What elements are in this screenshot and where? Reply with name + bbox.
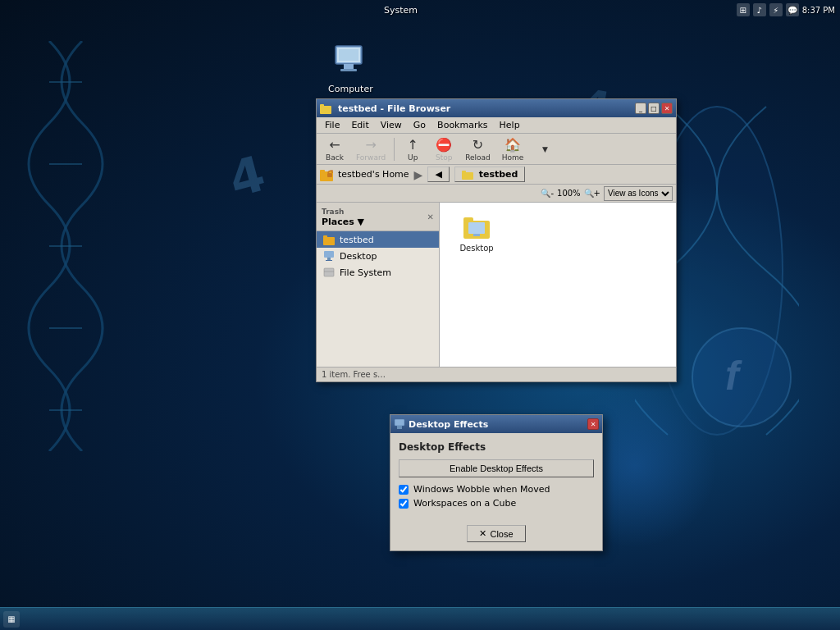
svg-rect-21 [323,235,327,238]
menu-edit[interactable]: Edit [346,118,373,132]
browser-body: Trash Places ▼ ✕ testbed [317,203,676,367]
status-bar: 1 item. Free s… [317,367,676,381]
places-label: Places ▼ [322,217,364,227]
reload-button[interactable]: ↻ Reload [460,135,495,163]
enable-effects-button[interactable]: Enable Desktop Effects [399,459,594,477]
desktop-folder-icon [462,214,491,240]
svg-rect-19 [462,171,466,173]
sidebar-testbed-label: testbed [340,235,374,245]
current-folder-btn[interactable]: testbed [454,167,526,182]
up-label: Up [408,153,418,162]
bg-number-4: 4 [223,144,271,208]
file-icon-desktop[interactable]: Desktop [448,211,505,256]
zoom-bar: 🔍- 100% 🔍+ View as Icons View as List [317,185,676,203]
reload-label: Reload [465,153,491,162]
folder-icon-inline [462,170,473,180]
system-menu-item[interactable]: System [377,5,424,16]
home-icon: 🏠 [504,137,521,153]
file-browser-title: testbed - File Browser [335,103,632,114]
close-x-icon: ✕ [479,528,486,539]
menu-view[interactable]: View [376,118,407,132]
forward-button[interactable]: → Forward [351,135,390,163]
tray-battery-icon[interactable]: ⚡ [769,3,783,16]
close-window-button[interactable]: ✕ [661,103,673,114]
window-controls: _ □ ✕ [635,103,673,114]
computer-icon-label: Computer [328,84,373,94]
computer-svg [332,43,368,79]
taskbar-start-icon: ▦ [7,614,15,623]
cube-label: Workspaces on a Cube [413,498,516,509]
forward-icon: → [365,137,376,153]
sidebar-item-testbed[interactable]: testbed [317,231,439,248]
toolbar-more-icon: ▼ [542,145,548,153]
home-label: Home [502,153,524,162]
svg-rect-28 [463,217,473,223]
wobble-checkbox[interactable] [399,485,409,495]
back-button[interactable]: ← Back [320,135,349,163]
zoom-plus[interactable]: 🔍+ [584,189,600,198]
toolbar: ← Back → Forward ↑ Up ⛔ Stop ↻ Reload 🏠 [317,134,676,165]
status-text: 1 item. Free s… [322,370,386,379]
svg-rect-23 [327,258,331,260]
desktop-background: f 4 4 System ⊞ ♪ ⚡ 💬 8:37 PM Computer [0,0,840,630]
svg-rect-11 [340,69,357,71]
computer-desktop-icon[interactable]: Computer [328,41,373,94]
sidebar-filesystem-label: File System [340,267,391,278]
up-icon: ↑ [408,137,418,153]
sidebar-filesystem-icon [323,267,335,278]
svg-rect-12 [339,49,358,61]
svg-rect-31 [395,419,404,426]
wobble-checkbox-row: Windows Wobble when Moved [399,484,594,495]
svg-rect-14 [320,104,324,107]
svg-rect-16 [320,170,325,173]
dialog-section-title: Desktop Effects [399,441,594,453]
zoom-minus[interactable]: 🔍- [541,189,554,198]
dna-decoration-left [25,41,123,451]
maximize-button[interactable]: □ [648,103,660,114]
sidebar-close-button[interactable]: ✕ [427,212,434,221]
sidebar-item-filesystem[interactable]: File System [317,264,439,281]
tray-chat-icon[interactable]: 💬 [786,3,799,16]
forward-label: Forward [356,153,386,162]
minimize-button[interactable]: _ [635,103,646,114]
cube-checkbox[interactable] [399,499,409,509]
dialog-title: Desktop Effects [405,419,587,430]
view-mode-select[interactable]: View as Icons View as List [604,186,673,201]
sidebar-header: Trash Places ▼ ✕ [317,203,439,231]
menu-file[interactable]: File [320,118,345,132]
svg-rect-29 [468,222,485,234]
sidebar-desktop-icon [323,250,335,262]
sidebar-home-icon [323,234,335,245]
toolbar-more-button[interactable]: ▼ [530,144,559,155]
dialog-body: Desktop Effects Enable Desktop Effects W… [390,433,602,520]
breadcrumb-text: testbed's Home [338,169,409,180]
sidebar-item-desktop[interactable]: Desktop [317,248,439,264]
close-btn-label: Close [490,529,513,539]
svg-rect-20 [323,237,335,245]
tray-volume-icon[interactable]: ♪ [753,3,766,16]
menubar: File Edit View Go Bookmarks Help [317,117,676,134]
home-button[interactable]: 🏠 Home [497,135,529,163]
desktop-effects-dialog: Desktop Effects ✕ Desktop Effects Enable… [390,414,603,551]
back-label: Back [326,153,344,162]
wobble-label: Windows Wobble when Moved [413,484,550,495]
toolbar-separator-1 [394,138,395,161]
dialog-title-icon [394,418,405,430]
dialog-close-button[interactable]: ✕ [587,418,599,430]
menu-bookmarks[interactable]: Bookmarks [432,118,492,132]
computer-icon-image [331,41,370,80]
svg-rect-18 [462,172,473,180]
location-toggle-button[interactable]: ◀ [427,167,449,182]
tray-network-icon[interactable]: ⊞ [737,3,750,16]
stop-button[interactable]: ⛔ Stop [429,135,459,163]
stop-icon: ⛔ [436,137,452,153]
menu-help[interactable]: Help [495,118,525,132]
svg-point-6 [692,328,791,427]
dialog-close-btn[interactable]: ✕ Close [467,525,525,542]
up-button[interactable]: ↑ Up [398,135,427,163]
taskbar-start-button[interactable]: ▦ [3,611,20,628]
cube-checkbox-row: Workspaces on a Cube [399,498,594,509]
reload-icon: ↻ [472,137,483,153]
menu-go[interactable]: Go [409,118,431,132]
sidebar-desktop-label: Desktop [340,251,377,262]
